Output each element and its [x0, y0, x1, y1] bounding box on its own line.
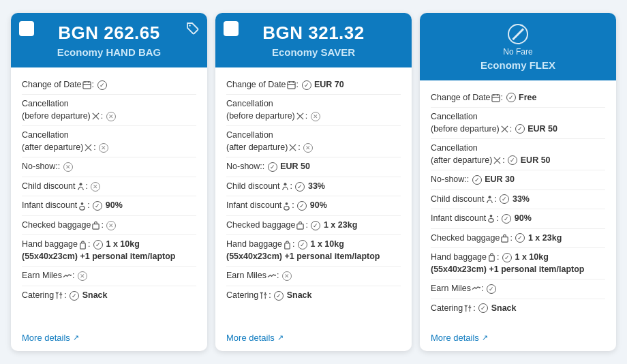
svg-rect-1 [82, 82, 90, 89]
more-details-link-hand-bag[interactable]: More details ↗ [11, 326, 207, 351]
svg-point-45 [489, 219, 493, 223]
tag-icon [185, 21, 199, 38]
row-1: Cancellation(before departure): ✕ [226, 95, 401, 126]
svg-point-0 [189, 25, 190, 26]
card-header-flex: No FareEconomy FLEX [420, 13, 616, 80]
card-body-flex: Change of Date: ✓ FreeCancellation(befor… [420, 80, 616, 327]
row-2: Cancellation(after departure): ✕ [226, 126, 401, 157]
no-fare-label: No Fare [431, 47, 605, 57]
card-hand-bag: BGN 262.65Economy HAND BAGChange of Date… [11, 13, 207, 351]
external-link-icon: ↗ [73, 333, 79, 342]
svg-rect-46 [502, 237, 508, 241]
svg-rect-12 [93, 224, 99, 229]
cards-container: BGN 262.65Economy HAND BAGChange of Date… [11, 13, 616, 351]
row-6: Checked baggage: ✓ 1 x 23kg [226, 216, 401, 236]
row-2: Cancellation(after departure): ✓ EUR 50 [431, 139, 605, 170]
card-body-saver: Change of Date: ✓ EUR 70Cancellation(bef… [215, 67, 412, 326]
card-checkbox-hand-bag[interactable] [19, 21, 34, 36]
row-2: Cancellation(after departure): ✕ [22, 126, 196, 157]
svg-point-27 [286, 202, 288, 205]
card-fare-name: Economy SAVER [226, 46, 401, 58]
row-5: Infant discount: ✓ 90% [431, 209, 605, 229]
card-saver: BGN 321.32Economy SAVERChange of Date: ✓… [215, 13, 412, 351]
external-link-icon: ↗ [482, 333, 488, 342]
external-link-icon: ↗ [277, 333, 284, 342]
row-9: Catering: ✓ Snack [22, 286, 196, 305]
row-3: No-show:: ✕ [22, 157, 196, 177]
card-price: BGN 262.65 [22, 22, 196, 44]
row-1: Cancellation(before departure): ✓ EUR 50 [431, 108, 605, 139]
row-9: Catering: ✓ Snack [226, 286, 401, 305]
svg-point-28 [284, 206, 289, 210]
svg-point-43 [488, 196, 491, 198]
card-flex: No FareEconomy FLEXChange of Date: ✓ Fre… [420, 13, 616, 351]
row-0: Change of Date: ✓ [22, 76, 196, 95]
row-3: No-show:: ✓ EUR 50 [226, 157, 401, 177]
row-7: Hand baggage: ✓ 1 x 10kg (55x40x23cm) +1… [226, 235, 401, 267]
svg-point-26 [284, 183, 286, 185]
svg-rect-29 [297, 224, 303, 229]
row-5: Infant discount: ✓ 90% [22, 196, 196, 216]
card-body-hand-bag: Change of Date: ✓ Cancellation(before de… [11, 67, 207, 326]
row-4: Child discount: ✓ 33% [226, 177, 401, 197]
row-6: Checked baggage: ✕ [22, 216, 196, 236]
row-8: Earn Miles: ✓ [431, 279, 605, 299]
row-4: Child discount: ✓ 33% [431, 190, 605, 210]
row-0: Change of Date: ✓ EUR 70 [226, 76, 401, 95]
row-4: Child discount: ✕ [22, 177, 196, 197]
svg-point-48 [479, 287, 480, 288]
row-8: Earn Miles: ✕ [226, 267, 401, 286]
svg-point-31 [275, 274, 276, 275]
row-7: Hand baggage: ✓ 1 x 10kg (55x40x23cm) +1… [22, 235, 196, 267]
svg-point-44 [490, 215, 493, 217]
svg-point-11 [80, 206, 85, 210]
row-6: Checked baggage: ✓ 1 x 23kg [431, 229, 605, 249]
svg-rect-18 [287, 82, 294, 89]
row-0: Change of Date: ✓ Free [431, 89, 605, 108]
more-details-link-flex[interactable]: More details ↗ [420, 326, 616, 351]
card-fare-name: Economy FLEX [431, 59, 605, 71]
svg-rect-35 [491, 95, 499, 102]
card-header-hand-bag: BGN 262.65Economy HAND BAG [11, 13, 207, 67]
card-price: BGN 321.32 [226, 22, 401, 44]
svg-rect-30 [285, 243, 290, 248]
card-checkbox-saver[interactable] [224, 21, 239, 36]
svg-rect-13 [80, 243, 85, 248]
svg-point-10 [81, 202, 84, 205]
card-fare-name: Economy HAND BAG [22, 46, 196, 58]
no-fare-icon [431, 22, 605, 46]
row-8: Earn Miles: ✕ [22, 267, 196, 286]
svg-rect-47 [489, 256, 494, 261]
svg-point-14 [70, 274, 72, 275]
row-3: No-show:: ✓ EUR 30 [431, 170, 605, 190]
row-5: Infant discount: ✓ 90% [226, 196, 401, 216]
svg-point-9 [79, 183, 82, 185]
row-1: Cancellation(before departure): ✕ [22, 95, 196, 126]
more-details-link-saver[interactable]: More details ↗ [215, 326, 412, 351]
card-header-saver: BGN 321.32Economy SAVER [215, 13, 412, 67]
row-9: Catering: ✓ Snack [431, 299, 605, 318]
row-7: Hand baggage: ✓ 1 x 10kg (55x40x23cm) +1… [431, 248, 605, 279]
